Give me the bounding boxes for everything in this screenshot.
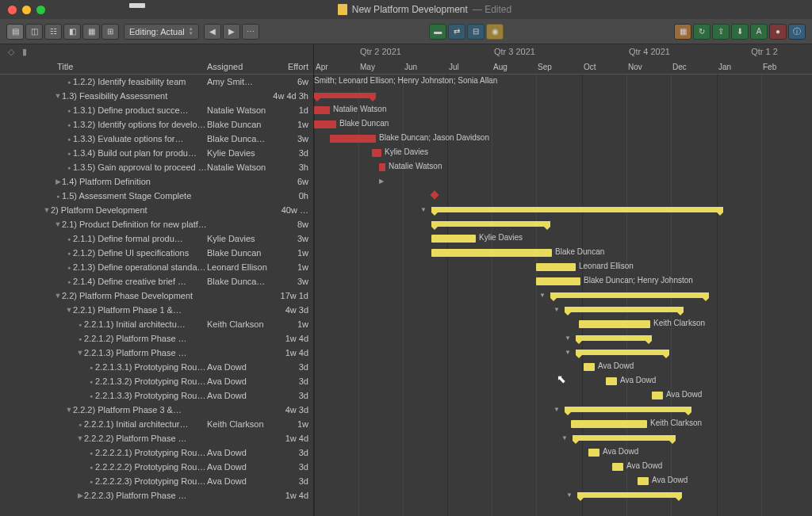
action-snapshot-button[interactable]: ◉ xyxy=(486,24,504,40)
summary-tri-icon[interactable]: ▼ xyxy=(566,491,573,499)
summary-bar[interactable] xyxy=(431,207,723,212)
summary-tri-icon[interactable]: ▼ xyxy=(565,349,571,356)
task-bar[interactable] xyxy=(652,392,663,399)
task-row[interactable]: ▼2.2.1.3) Platform Phase …1w 4d xyxy=(0,346,313,360)
disclosure-open-icon[interactable]: ▼ xyxy=(54,220,62,228)
outdent-button[interactable]: ◀ xyxy=(204,24,221,40)
task-row[interactable]: ▼1.3) Feasibility Assessment4w 4d 3h xyxy=(0,89,313,103)
milestone-icon[interactable] xyxy=(430,190,439,199)
view-grid-button[interactable]: ⊞ xyxy=(102,24,119,40)
task-bar[interactable] xyxy=(588,449,599,457)
task-row[interactable]: ●2.2.1.3.3) Prototyping Round 3Ava Dowd3… xyxy=(0,388,313,403)
disclosure-closed-icon[interactable]: ▶ xyxy=(54,178,62,185)
summary-tri-icon[interactable]: ▼ xyxy=(539,292,546,299)
task-bar[interactable] xyxy=(638,477,649,485)
task-row[interactable]: ●1.3.1) Define product succe…Natalie Wat… xyxy=(0,103,313,117)
task-row[interactable]: ●2.1.3) Define operational standar…Leona… xyxy=(0,260,313,274)
disclosure-open-icon[interactable]: ▼ xyxy=(65,406,73,414)
disclosure-open-icon[interactable]: ▼ xyxy=(54,292,62,300)
record-button[interactable]: ● xyxy=(769,24,787,40)
summary-bar[interactable] xyxy=(550,292,709,298)
task-row[interactable]: ●1.3.2) Identify options for developi…Bl… xyxy=(0,117,313,132)
action-catchup-button[interactable]: ⊟ xyxy=(467,24,485,40)
action-level-button[interactable]: ⇄ xyxy=(448,24,465,40)
calendar-button[interactable]: ▦ xyxy=(674,24,691,40)
task-bar[interactable] xyxy=(536,277,580,285)
col-title[interactable]: Title xyxy=(0,62,207,71)
disclosure-open-icon[interactable]: ▼ xyxy=(54,92,62,100)
flag-icon[interactable]: ◇ xyxy=(8,47,14,57)
task-bar[interactable] xyxy=(431,249,552,257)
task-row[interactable]: ▼2.2) Platform Phase Development17w 1d xyxy=(0,289,313,303)
task-row[interactable]: ▼2.2.1) Platform Phase 1 &…4w 3d xyxy=(0,303,313,317)
sync-button[interactable]: ↻ xyxy=(693,24,710,40)
task-row[interactable]: ▶2.2.2.3) Platform Phase …1w 4d xyxy=(0,488,313,503)
task-row[interactable]: ●2.2.2.2.1) Prototyping Round 1Ava Dowd3… xyxy=(0,445,313,460)
task-row[interactable]: ▼2.1) Product Definition for new platfor… xyxy=(0,217,313,231)
task-row[interactable]: ▼2.2.2.2) Platform Phase …1w 4d xyxy=(0,431,313,445)
summary-bar[interactable] xyxy=(573,435,676,441)
task-row[interactable]: ●1.5) Assessment Stage Complete0h xyxy=(0,189,313,203)
reports-button[interactable]: ⬇ xyxy=(731,24,749,40)
font-button[interactable]: A xyxy=(750,24,768,40)
summary-tri-icon[interactable]: ▼ xyxy=(553,306,560,313)
task-bar[interactable] xyxy=(579,320,650,328)
summary-tri-icon[interactable]: ▼ xyxy=(561,434,568,441)
summary-bar[interactable] xyxy=(577,492,682,498)
task-row[interactable]: ●1.3.3) Evaluate options for…Blake Dunca… xyxy=(0,132,313,146)
disclosure-open-icon[interactable]: ▼ xyxy=(65,306,73,314)
action-green-button[interactable]: ▬ xyxy=(429,24,446,40)
disclosure-open-icon[interactable]: ▼ xyxy=(43,206,51,214)
task-row[interactable]: ▶1.4) Platform Definition6w xyxy=(0,174,313,189)
view-gantt-button[interactable]: ▤ xyxy=(6,24,24,40)
task-row[interactable]: ▼2.2.2) Platform Phase 3 &…4w 3d xyxy=(0,403,313,417)
summary-tri-icon[interactable]: ▼ xyxy=(565,334,571,342)
task-bar[interactable] xyxy=(584,363,595,371)
task-row[interactable]: ●2.1.1) Define formal produ…Kylie Davies… xyxy=(0,231,313,246)
share-button[interactable]: ⇪ xyxy=(712,24,730,40)
gantt-body[interactable]: Smith; Leonard Ellison; Henry Johnston; … xyxy=(314,75,812,516)
col-effort[interactable]: Effort xyxy=(270,62,308,71)
zoom-icon[interactable] xyxy=(36,6,45,14)
summary-bar[interactable] xyxy=(314,93,376,98)
view-resource-button[interactable]: ◫ xyxy=(25,24,43,40)
attachment-icon[interactable]: ▮ xyxy=(22,47,27,57)
disclosure-open-icon[interactable]: ▼ xyxy=(76,349,84,357)
task-bar[interactable] xyxy=(606,377,617,385)
gantt-panel[interactable]: Qtr 2 2021Qtr 3 2021Qtr 4 2021Qtr 1 2 Ap… xyxy=(314,44,812,516)
disclosure-open-icon[interactable]: ▼ xyxy=(76,434,84,442)
task-row[interactable]: ●1.3.4) Build out plan for produ…Kylie D… xyxy=(0,146,313,160)
view-calendar-button[interactable]: ☷ xyxy=(44,24,62,40)
task-bar[interactable] xyxy=(612,463,623,471)
summary-bar[interactable] xyxy=(576,335,652,341)
task-row[interactable]: ●2.2.2.2.2) Prototyping Round 2Ava Dowd3… xyxy=(0,460,313,474)
editing-mode-selector[interactable]: Editing: Actual ▲▼ xyxy=(124,24,199,40)
task-row[interactable]: ●2.2.2.2.3) Prototyping Round 3Ava Dowd3… xyxy=(0,474,313,488)
view-network-button[interactable]: ◧ xyxy=(63,24,81,40)
collapsed-tri-icon[interactable]: ▶ xyxy=(379,178,384,185)
task-row[interactable]: ▼2) Platform Development40w … xyxy=(0,203,313,217)
summary-bar[interactable] xyxy=(565,407,691,412)
disclosure-closed-icon[interactable]: ▶ xyxy=(76,491,84,499)
task-bar[interactable] xyxy=(536,263,576,271)
task-row[interactable]: ●2.1.4) Define creative brief …Blake Dun… xyxy=(0,274,313,289)
task-bar[interactable] xyxy=(431,235,476,243)
summary-bar[interactable] xyxy=(565,307,684,312)
task-bar[interactable] xyxy=(372,149,381,157)
task-row[interactable]: ●2.1.2) Define UI specificationsBlake Du… xyxy=(0,246,313,260)
task-bar[interactable] xyxy=(330,135,376,143)
task-bar[interactable] xyxy=(314,120,336,128)
task-bar[interactable] xyxy=(314,106,330,114)
task-row[interactable]: ●2.2.1.2) Platform Phase …1w 4d xyxy=(0,331,313,346)
link-button[interactable]: ⋯ xyxy=(242,24,259,40)
summary-bar[interactable] xyxy=(431,221,550,227)
summary-tri-icon[interactable]: ▼ xyxy=(553,406,560,413)
summary-tri-icon[interactable]: ▼ xyxy=(420,206,427,213)
summary-bar[interactable] xyxy=(576,350,669,355)
indent-button[interactable]: ▶ xyxy=(223,24,240,40)
view-other-button[interactable]: ▦ xyxy=(82,24,100,40)
info-button[interactable]: ⓘ xyxy=(788,24,806,40)
task-row[interactable]: ●1.3.5) Gain approval to proceed …Natali… xyxy=(0,160,313,174)
col-assigned[interactable]: Assigned xyxy=(207,62,270,71)
minimize-icon[interactable] xyxy=(22,6,31,14)
